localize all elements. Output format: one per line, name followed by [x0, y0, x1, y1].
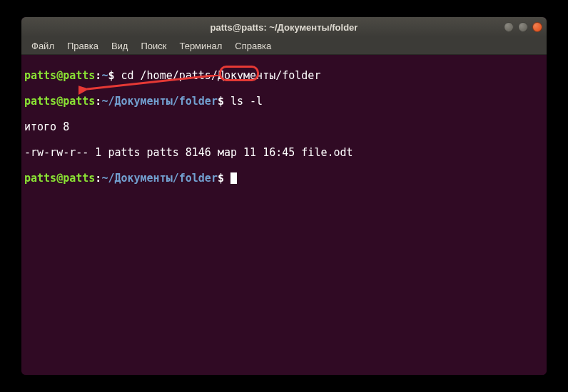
prompt-user-host: patts@patts: [24, 172, 95, 185]
terminal-line: patts@patts:~/Документы/folder$ ls -l: [24, 95, 544, 108]
window-title: patts@patts: ~/Документы/folder: [211, 22, 358, 33]
maximize-button[interactable]: [518, 22, 528, 32]
command-text: cd /home/patts/Документы/folder: [121, 69, 320, 82]
menu-search[interactable]: Поиск: [135, 39, 172, 53]
output-line: -rw-rw-r-- 1 patts patts 8146 мар 11 16:…: [24, 146, 544, 159]
prompt-path: ~/Документы/folder: [101, 95, 218, 108]
menubar: Файл Правка Вид Поиск Терминал Справка: [21, 37, 547, 55]
terminal-window: patts@patts: ~/Документы/folder Файл Пра…: [21, 17, 547, 375]
terminal-body[interactable]: patts@patts:~$ cd /home/patts/Документы/…: [21, 55, 547, 375]
menu-edit[interactable]: Правка: [61, 39, 104, 53]
menu-file[interactable]: Файл: [26, 39, 60, 53]
menu-help[interactable]: Справка: [229, 39, 277, 53]
menu-terminal[interactable]: Терминал: [173, 39, 228, 53]
titlebar[interactable]: patts@patts: ~/Документы/folder: [21, 17, 547, 37]
prompt-user-host: patts@patts: [24, 95, 95, 108]
window-controls: [504, 22, 542, 32]
command-text: ls -l: [230, 95, 263, 108]
terminal-line: patts@patts:~$ cd /home/patts/Документы/…: [24, 69, 544, 82]
prompt-path: ~/Документы/folder: [101, 172, 218, 185]
terminal-line: patts@patts:~/Документы/folder$: [24, 172, 544, 185]
prompt-symbol: $: [218, 95, 224, 108]
menu-view[interactable]: Вид: [106, 39, 134, 53]
output-line: итого 8: [24, 120, 544, 133]
close-button[interactable]: [532, 22, 542, 32]
minimize-button[interactable]: [504, 22, 514, 32]
prompt-user-host: patts@patts: [24, 69, 95, 82]
prompt-symbol: $: [218, 172, 224, 185]
cursor: [230, 172, 237, 184]
